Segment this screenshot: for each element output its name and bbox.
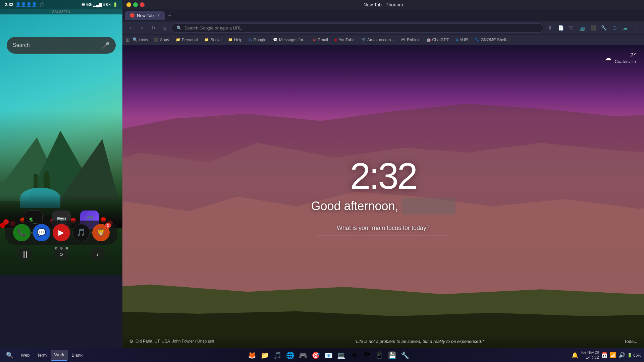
taskbar-app-files[interactable]: 📁 xyxy=(259,349,271,361)
home-button[interactable]: ⌂ xyxy=(160,23,169,33)
bookmark-amazon-label: Amazon.com... xyxy=(367,38,394,42)
window-controls xyxy=(126,2,147,7)
phone-dock-messages[interactable]: 💬 xyxy=(33,224,50,241)
taskbar-volume-icon[interactable]: 🔊 xyxy=(619,352,625,358)
bookmark-amazon[interactable]: 🛒 Amazon.com... xyxy=(359,37,397,43)
taskbar-tab-term[interactable]: Term xyxy=(34,350,50,361)
bookmark-personal[interactable]: 📁 Personal xyxy=(173,37,200,43)
extension-icon-1[interactable]: 🛡 xyxy=(567,23,576,33)
aur-favicon: A xyxy=(456,38,458,42)
phone-dock-tiktok[interactable]: 🎵 xyxy=(72,224,90,241)
thorium-icon[interactable]: ⬡ xyxy=(610,23,619,33)
tab-close-btn[interactable]: ✕ xyxy=(157,13,160,18)
browser-tab-newtab[interactable]: 🔴 New Tab ✕ xyxy=(125,11,165,20)
help-favicon: 📁 xyxy=(228,38,233,42)
brave-badge: 3 xyxy=(105,223,111,229)
phone-bottom-dock: 📞 💬 ▶ 🎵 🦁 3 xyxy=(5,221,117,245)
phone-nav-back[interactable]: ‹ xyxy=(90,247,105,261)
nt-bottom-bar: ⚙ Old Paria, UT, USA John Fowler / Unspl… xyxy=(122,335,644,348)
bookmark-personal-label: Personal xyxy=(182,38,198,42)
phone-dock-brave[interactable]: 🦁 3 xyxy=(92,224,110,241)
extension-icon-3[interactable]: ⬛ xyxy=(588,23,598,33)
window-close-btn[interactable] xyxy=(140,2,145,7)
bookmark-youtube[interactable]: ▶ YouTube xyxy=(332,37,357,43)
nt-rocks xyxy=(122,242,644,348)
tab-label: New Tab xyxy=(137,13,154,18)
taskbar-app-music[interactable]: 🎵 xyxy=(272,349,284,361)
bookmark-help[interactable]: 📁 Help xyxy=(225,37,245,43)
new-page-icon[interactable]: ⊞ xyxy=(126,37,130,43)
bookmark-gnome[interactable]: 🐾 GNOME Shell... xyxy=(472,37,512,43)
bookmark-gmail[interactable]: M Gmail xyxy=(310,37,331,43)
taskbar-date: Tue Nov 28 xyxy=(580,350,599,355)
taskbar-notifications-icon[interactable]: 🔔 xyxy=(572,352,578,358)
browser-nav-bar: ‹ › ↻ ⌂ 🔍 Search Google or type a URL ⬆ … xyxy=(122,21,644,35)
taskbar-app-firefox[interactable]: 🦊 xyxy=(246,349,258,361)
bookmark-chatgpt[interactable]: 🤖 ChatGPT xyxy=(424,37,452,43)
taskbar-search-btn[interactable]: 🔍 xyxy=(3,350,17,361)
bookmark-roblox[interactable]: 🎮 Roblox xyxy=(398,37,422,43)
bookmark-apps-label: Apps xyxy=(160,38,169,42)
links-section: Links xyxy=(139,38,148,42)
nt-center-content: 2:32 Good afternoon, What is your main f… xyxy=(311,158,455,236)
battery-icon-taskbar: 🔋 xyxy=(627,353,632,358)
gnome-favicon: 🐾 xyxy=(475,38,479,42)
new-tab-button[interactable]: + xyxy=(165,12,174,19)
taskbar-app-maps[interactable]: 🗺 xyxy=(361,349,373,361)
extension-icon-2[interactable]: 📺 xyxy=(578,23,587,33)
extension-icon-4[interactable]: 🔧 xyxy=(599,23,608,33)
window-minimize-btn[interactable] xyxy=(126,2,131,7)
weather-widget[interactable]: ☁ 2° Coatesville xyxy=(604,52,636,64)
taskbar-app-extra[interactable]: 💾 xyxy=(386,349,398,361)
bookmark-roblox-label: Roblox xyxy=(407,38,419,42)
taskbar-app-android[interactable]: 📱 xyxy=(374,349,386,361)
bookmark-aur[interactable]: A AUR xyxy=(453,37,471,43)
taskbar-tab-web[interactable]: Web xyxy=(17,350,33,361)
phone-search-label: Search xyxy=(13,42,30,48)
bookmark-chatgpt-label: ChatGPT xyxy=(432,38,449,42)
phone-status-left: 2:32 👤👤👤👤 🎵 xyxy=(5,2,44,7)
reader-icon[interactable]: 📄 xyxy=(556,23,566,33)
taskbar-clock[interactable]: Tue Nov 28 14 : 32 xyxy=(580,350,599,360)
search-bookmark-icon[interactable]: 🔍 xyxy=(132,37,138,42)
mic-icon[interactable]: 🎤 xyxy=(102,42,110,49)
signal-bars: ▂▄▆ xyxy=(93,2,102,7)
phone-search-bar[interactable]: Search 🎤 xyxy=(7,37,116,54)
address-bar[interactable]: 🔍 Search Google or type a URL xyxy=(171,23,543,33)
taskbar-tab-work[interactable]: Work xyxy=(51,350,67,361)
bookmark-social[interactable]: 📁 Social xyxy=(202,37,224,43)
bookmark-gmail-label: Gmail xyxy=(318,38,328,42)
bookmark-messages[interactable]: 💬 Messages for... xyxy=(270,37,309,43)
taskbar-app-steam[interactable]: 🎮 xyxy=(297,349,309,361)
reload-button[interactable]: ↻ xyxy=(149,23,158,33)
taskbar-app-extra2[interactable]: 🔧 xyxy=(399,349,411,361)
taskbar-app-browser[interactable]: 🌐 xyxy=(284,349,297,361)
taskbar-app-lutris[interactable]: 🎯 xyxy=(310,349,322,361)
settings-gear-icon[interactable]: ⚙ xyxy=(129,339,133,344)
youtube-favicon: ▶ xyxy=(335,38,337,42)
taskbar-app-vm[interactable]: 💻 xyxy=(335,349,347,361)
phone-nav-recent[interactable]: ||| xyxy=(17,247,32,261)
bookmark-google[interactable]: G Google xyxy=(247,37,269,43)
taskbar-app-vm2[interactable]: 🖥 xyxy=(348,349,360,361)
forward-button[interactable]: › xyxy=(137,23,147,33)
menu-icon[interactable]: ⋮ xyxy=(631,23,641,33)
taskbar-app-email[interactable]: 📧 xyxy=(323,349,335,361)
phone-dock-youtube[interactable]: ▶ xyxy=(53,224,70,241)
taskbar-calendar-icon[interactable]: 📅 xyxy=(601,352,608,358)
bookmark-apps[interactable]: ⬛ Apps xyxy=(151,37,172,43)
bookmark-gnome-label: GNOME Shell... xyxy=(481,38,509,42)
phone-nav-home[interactable]: ○ xyxy=(54,247,68,261)
phone-dock-phone[interactable]: 📞 xyxy=(13,224,31,241)
chatgpt-favicon: 🤖 xyxy=(426,38,431,42)
back-button[interactable]: ‹ xyxy=(126,23,135,33)
window-maximize-btn[interactable] xyxy=(133,2,138,7)
sync-icon[interactable]: ☁ xyxy=(621,23,630,33)
taskbar-tab-blank[interactable]: Blank xyxy=(68,350,86,361)
bookmark-social-label: Social xyxy=(210,38,221,42)
share-icon[interactable]: ⬆ xyxy=(545,23,555,33)
nt-focus-label: What is your main focus for today? xyxy=(311,225,455,232)
nt-name-box[interactable] xyxy=(402,198,455,215)
taskbar-network-icon[interactable]: 📶 xyxy=(610,352,616,358)
apps-favicon: ⬛ xyxy=(154,38,159,42)
